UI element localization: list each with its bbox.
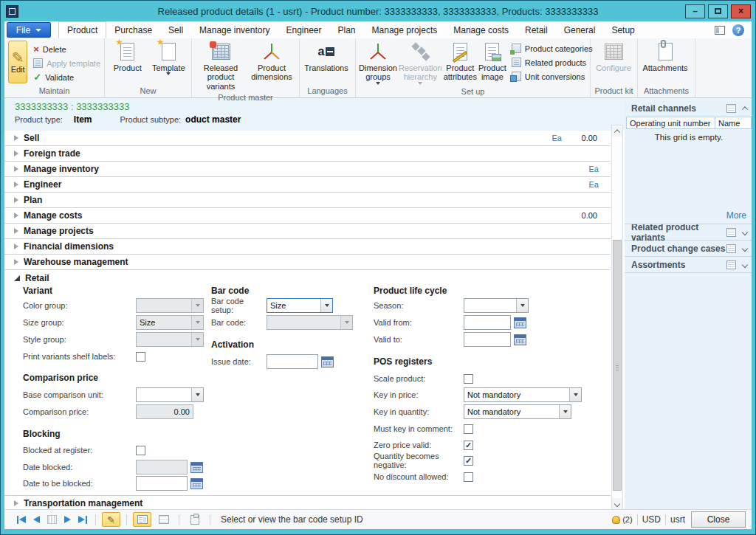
tab-sell[interactable]: Sell	[160, 21, 191, 38]
dimension-groups-button[interactable]: Dimension groups	[358, 40, 398, 86]
size-group-combo[interactable]: Size	[136, 315, 204, 330]
released-product-variants-button[interactable]: Released product variants	[194, 40, 247, 92]
color-group-combo[interactable]	[136, 298, 204, 313]
chevron-down-icon[interactable]	[742, 261, 748, 267]
section-foreign-trade[interactable]: Foreign trade	[4, 146, 611, 162]
calendar-icon[interactable]	[514, 317, 526, 328]
print-variants-checkbox[interactable]	[136, 352, 145, 362]
tab-engineer[interactable]: Engineer	[278, 21, 329, 38]
layout-icon[interactable]	[715, 26, 725, 35]
vertical-scrollbar[interactable]	[611, 125, 623, 510]
tab-setup[interactable]: Setup	[603, 21, 642, 38]
product-categories-button[interactable]: Product categories	[512, 43, 593, 54]
base-comparison-unit-combo[interactable]	[136, 387, 204, 402]
edit-button[interactable]: ✎ Edit	[8, 41, 27, 83]
section-manage-projects[interactable]: Manage projects	[4, 224, 611, 239]
tab-plan[interactable]: Plan	[330, 21, 364, 38]
reservation-hierarchy-button[interactable]: Reservation hierarchy	[398, 40, 443, 86]
scrollbar-thumb[interactable]	[613, 240, 622, 491]
bar-code-combo[interactable]	[267, 315, 353, 330]
delete-button[interactable]: × Delete	[33, 44, 100, 55]
translations-button[interactable]: a Translations	[302, 40, 351, 74]
new-template-button[interactable]: ★ Template	[148, 40, 190, 77]
scale-product-checkbox[interactable]	[464, 374, 473, 384]
assortments-header[interactable]: Assortments	[625, 257, 753, 273]
attachments-button[interactable]: Attachments	[640, 40, 690, 74]
valid-from-input[interactable]	[464, 315, 511, 330]
close-button[interactable]: Close	[691, 511, 746, 528]
blocked-at-register-checkbox[interactable]	[136, 446, 145, 455]
help-icon[interactable]: ?	[732, 24, 744, 36]
date-to-be-blocked-input[interactable]	[136, 476, 188, 491]
issue-date-input[interactable]	[267, 354, 318, 369]
section-warehouse-management[interactable]: Warehouse management	[4, 255, 611, 270]
product-image-button[interactable]: Product image	[478, 40, 507, 83]
more-link[interactable]: More	[726, 210, 746, 221]
product-change-cases-header[interactable]: Product change cases	[625, 241, 753, 257]
new-product-button[interactable]: ★ Product	[107, 40, 148, 74]
maximize-button[interactable]	[708, 4, 728, 18]
valid-to-input[interactable]	[464, 332, 511, 347]
section-retail[interactable]: Retail	[4, 270, 611, 286]
section-manage-costs[interactable]: Manage costs 0.00	[4, 208, 611, 224]
key-in-price-combo[interactable]: Not mandatory	[464, 387, 582, 402]
style-group-combo[interactable]	[136, 332, 204, 347]
calendar-icon[interactable]	[190, 462, 203, 473]
chevron-down-icon[interactable]	[742, 229, 748, 235]
file-menu-button[interactable]: File	[7, 22, 51, 38]
first-record-button[interactable]	[13, 516, 30, 524]
section-transportation-management[interactable]: Transportation management	[4, 495, 611, 511]
retail-channels-header[interactable]: Retail channels	[625, 100, 753, 117]
next-record-button[interactable]	[61, 516, 75, 523]
tab-manage-projects[interactable]: Manage projects	[364, 21, 446, 38]
minimize-button[interactable]: –	[685, 4, 705, 18]
section-plan[interactable]: Plan	[4, 193, 611, 208]
configure-button[interactable]: Configure	[593, 40, 634, 74]
calendar-icon[interactable]	[190, 478, 203, 489]
scroll-up-button[interactable]	[612, 125, 622, 137]
product-dimensions-button[interactable]: Product dimensions	[247, 40, 296, 83]
related-product-variants-header[interactable]: Related product variants	[625, 224, 753, 241]
product-attributes-button[interactable]: Product attributes	[443, 40, 478, 83]
currency-indicator[interactable]: USD	[642, 514, 661, 525]
section-manage-inventory[interactable]: Manage inventory Ea	[4, 162, 611, 177]
clipboard-button[interactable]	[185, 512, 204, 527]
key-in-quantity-combo[interactable]: Not mandatory	[464, 404, 571, 419]
unit-conversions-button[interactable]: Unit conversions	[512, 71, 593, 82]
close-window-button[interactable]: ×	[731, 4, 751, 18]
season-combo[interactable]	[464, 298, 529, 313]
chevron-up-icon[interactable]	[742, 106, 748, 112]
grid-view-toggle[interactable]	[154, 512, 173, 527]
apply-template-button[interactable]: Apply template	[33, 58, 100, 69]
section-financial-dimensions[interactable]: Financial dimensions	[4, 239, 611, 255]
tab-general[interactable]: General	[556, 21, 604, 38]
section-sell[interactable]: Sell Ea 0.00	[4, 131, 611, 146]
zero-price-valid-checkbox[interactable]: ✓	[464, 441, 473, 450]
previous-record-button[interactable]	[30, 516, 44, 523]
tab-retail[interactable]: Retail	[517, 21, 556, 38]
calendar-icon[interactable]	[514, 334, 526, 345]
comparison-price-input[interactable]: 0.00	[136, 404, 193, 419]
bar-code-setup-combo[interactable]: Size	[267, 298, 333, 313]
notification-count[interactable]: (2)	[622, 515, 632, 524]
tab-manage-costs[interactable]: Manage costs	[445, 21, 517, 38]
calendar-icon[interactable]	[321, 356, 334, 367]
no-discount-allowed-checkbox[interactable]	[464, 472, 473, 482]
tab-purchase[interactable]: Purchase	[106, 21, 160, 38]
details-view-toggle[interactable]	[133, 512, 151, 527]
tab-product[interactable]: Product	[58, 21, 106, 38]
validate-button[interactable]: ✓ Validate	[33, 72, 100, 83]
user-indicator[interactable]: usrt	[670, 514, 685, 525]
edit-mode-toggle[interactable]: ✎	[102, 512, 120, 527]
date-blocked-input[interactable]	[136, 460, 188, 474]
must-key-in-comment-checkbox[interactable]	[464, 424, 473, 434]
chevron-down-icon[interactable]	[742, 245, 748, 251]
scroll-down-button[interactable]	[612, 498, 622, 509]
section-engineer[interactable]: Engineer Ea	[4, 177, 611, 193]
last-record-button[interactable]	[75, 516, 91, 524]
related-products-button[interactable]: Related products	[512, 57, 593, 68]
quantity-becomes-negative-checkbox[interactable]: ✓	[464, 456, 473, 466]
notifications-bell-icon[interactable]	[612, 516, 620, 524]
grid-view-nav-button[interactable]	[44, 515, 61, 524]
tab-manage-inventory[interactable]: Manage inventory	[191, 21, 278, 38]
